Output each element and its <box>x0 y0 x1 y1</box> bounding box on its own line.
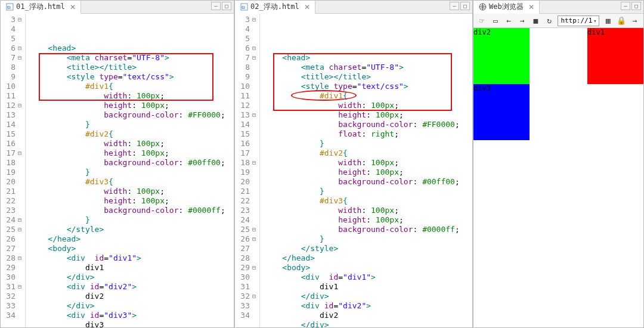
browser-pane: Web浏览器 ✕ – □ ☞ ▭ ← → ■ ↻ http://1 ▾ ▦ 🔒 … <box>473 0 644 328</box>
line-gutter: 3⊟456⊟7⊟8910111213⊟1415161718⊟1920212223… <box>235 14 260 327</box>
tabbar: ⧉ 01_浮动.html ✕ – □ <box>1 1 234 14</box>
tab-file-01[interactable]: ⧉ 01_浮动.html ✕ <box>1 1 81 14</box>
svg-text:⧉: ⧉ <box>242 5 245 10</box>
grid-icon[interactable]: ▦ <box>603 16 613 26</box>
close-icon[interactable]: ✕ <box>70 3 76 11</box>
browser-viewport: div2 div1 div3 <box>473 28 643 327</box>
editor-middle[interactable]: 3⊟456⊟7⊟8910111213⊟1415161718⊟1920212223… <box>235 14 472 327</box>
pane-window-buttons: – □ <box>211 2 231 10</box>
url-text: http://1 <box>561 17 592 24</box>
line-gutter: 3⊟456⊟7⊟89101112⊟1314151617⊟181920212223… <box>1 14 26 327</box>
forward-icon[interactable]: → <box>518 16 528 26</box>
maximize-button[interactable]: □ <box>222 2 231 10</box>
minimize-button[interactable]: – <box>450 2 459 10</box>
editor-pane-middle: ⧉ 02_浮动.html ✕ – □ 3⊟456⊟7⊟8910111213⊟14… <box>234 0 473 328</box>
tab-label: 01_浮动.html <box>16 2 65 12</box>
browser-toolbar: ☞ ▭ ← → ■ ↻ http://1 ▾ ▦ 🔒 → <box>473 14 643 28</box>
hand-icon[interactable]: ☞ <box>477 16 487 26</box>
box-icon[interactable]: ▭ <box>491 16 501 26</box>
minimize-button[interactable]: – <box>211 2 221 10</box>
tab-web-browser[interactable]: Web浏览器 ✕ <box>473 1 540 14</box>
svg-text:⧉: ⧉ <box>7 5 11 10</box>
html-file-icon: ⧉ <box>5 3 14 11</box>
go-icon[interactable]: → <box>630 16 640 26</box>
lock-icon[interactable]: 🔒 <box>617 16 627 26</box>
preview-div2: div2 <box>473 28 530 84</box>
refresh-icon[interactable]: ↻ <box>544 16 555 26</box>
pane-window-buttons: – □ <box>621 2 641 10</box>
back-icon[interactable]: ← <box>504 16 514 26</box>
close-icon[interactable]: ✕ <box>528 3 534 11</box>
code-area[interactable]: <head> <meta charset="UTF-8"> <title></t… <box>26 14 234 327</box>
editor-pane-left: ⧉ 01_浮动.html ✕ – □ 3⊟456⊟7⊟89101112⊟1314… <box>0 0 234 328</box>
tabbar: Web浏览器 ✕ – □ <box>473 1 643 14</box>
stop-icon[interactable]: ■ <box>531 16 541 26</box>
maximize-button[interactable]: □ <box>460 2 470 10</box>
chevron-down-icon[interactable]: ▾ <box>593 18 596 24</box>
tab-label: 02_浮动.html <box>250 2 299 12</box>
maximize-button[interactable]: □ <box>631 2 641 10</box>
url-input[interactable]: http://1 ▾ <box>558 16 599 26</box>
editor-left[interactable]: 3⊟456⊟7⊟89101112⊟1314151617⊟181920212223… <box>1 14 234 327</box>
preview-div3: div3 <box>473 84 530 140</box>
minimize-button[interactable]: – <box>621 2 630 10</box>
preview-div1: div1 <box>587 28 643 84</box>
pane-window-buttons: – □ <box>450 2 470 10</box>
close-icon[interactable]: ✕ <box>304 3 310 11</box>
code-area[interactable]: <head> <meta charset="UTF-8"> <title></t… <box>260 14 472 327</box>
tab-file-02[interactable]: ⧉ 02_浮动.html ✕ <box>235 1 315 14</box>
globe-icon <box>478 3 487 11</box>
tabbar: ⧉ 02_浮动.html ✕ – □ <box>235 1 472 14</box>
html-file-icon: ⧉ <box>240 3 248 11</box>
tab-label: Web浏览器 <box>489 2 524 12</box>
